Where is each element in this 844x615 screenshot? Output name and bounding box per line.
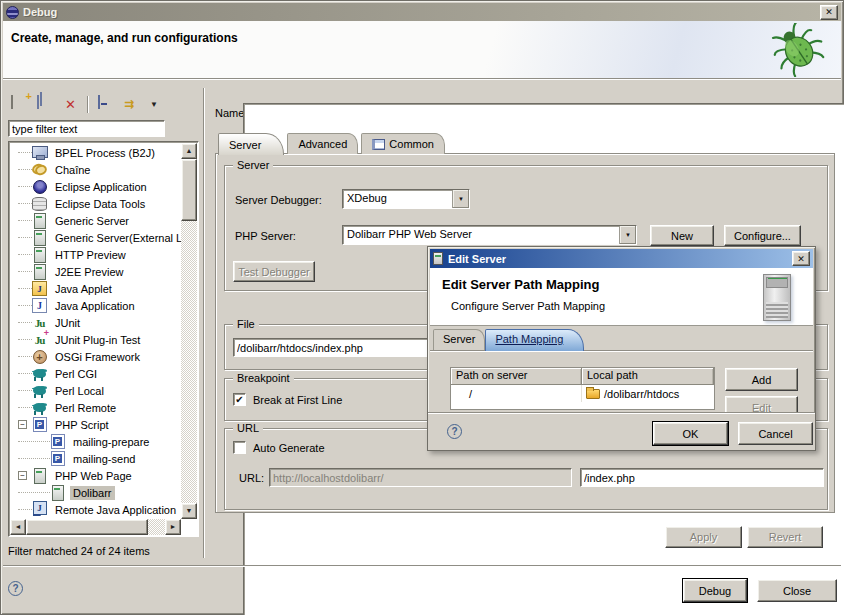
- dialog-title: Edit Server: [448, 253, 506, 265]
- config-tabs: Server Advanced Common: [218, 133, 448, 154]
- dialog-title-bar[interactable]: Edit Server ✕: [430, 249, 813, 268]
- server-tower-icon: [763, 274, 791, 321]
- collapse-all-icon[interactable]: [98, 96, 115, 113]
- collapse-expander-icon[interactable]: −: [18, 471, 27, 480]
- table-row[interactable]: / /dolibarr/htdocs: [451, 385, 714, 402]
- javaapp-icon: [32, 298, 47, 313]
- column-header-local-path[interactable]: Local path: [582, 368, 714, 385]
- config-tree: BPEL Process (B2J)ChaîneEclipse Applicat…: [10, 144, 181, 519]
- tab-common-label: Common: [389, 138, 434, 150]
- tree-item-remote-java-application[interactable]: Remote Java Application: [10, 501, 181, 518]
- tree-connector: [18, 322, 32, 323]
- scroll-left-icon[interactable]: ◄: [10, 519, 26, 535]
- help-icon[interactable]: ?: [8, 581, 23, 596]
- tab-advanced-label: Advanced: [298, 138, 347, 150]
- tree-item-php-web-page[interactable]: −PHP Web Page: [10, 467, 181, 484]
- tree-item-label: mailing-prepare: [70, 435, 152, 449]
- duplicate-config-icon[interactable]: [37, 96, 54, 113]
- tree-item-bpel-process-b2j[interactable]: BPEL Process (B2J): [10, 144, 181, 161]
- db-icon: [32, 196, 47, 211]
- tree-item-perl-cgi[interactable]: Perl CGI: [10, 365, 181, 382]
- scroll-right-icon[interactable]: ►: [165, 519, 181, 535]
- tree-item-label: Eclipse Data Tools: [52, 197, 148, 211]
- vertical-scroll-thumb[interactable]: [181, 159, 197, 221]
- tree-connector: [18, 237, 32, 238]
- tree-item-generic-server[interactable]: Generic Server: [10, 212, 181, 229]
- server-icon: [32, 264, 47, 279]
- tree-item-label: Java Application: [52, 299, 138, 313]
- tab-server-label: Server: [229, 139, 261, 151]
- close-button[interactable]: Close: [757, 579, 837, 602]
- title-bar[interactable]: Debug ✕: [3, 3, 841, 21]
- horizontal-scroll-thumb[interactable]: [26, 519, 148, 535]
- dialog-tab-server[interactable]: Server: [433, 329, 485, 350]
- tree-item-cha-ne[interactable]: Chaîne: [10, 161, 181, 178]
- scroll-down-icon[interactable]: ▼: [181, 503, 197, 519]
- banner-title: Create, manage, and run configurations: [11, 31, 238, 45]
- tree-item-eclipse-data-tools[interactable]: Eclipse Data Tools: [10, 195, 181, 212]
- apply-button[interactable]: Apply: [665, 526, 742, 548]
- tab-advanced[interactable]: Advanced: [287, 133, 358, 154]
- add-mapping-button[interactable]: Add: [725, 368, 798, 391]
- phpweb-icon: [32, 468, 47, 483]
- tab-server[interactable]: Server: [218, 133, 284, 155]
- tree-item-dolibarr[interactable]: Dolibarr: [10, 484, 181, 501]
- dialog-subheading: Configure Server Path Mapping: [451, 300, 605, 312]
- filter-input[interactable]: [8, 120, 165, 137]
- tree-item-mailing-send[interactable]: mailing-send: [10, 450, 181, 467]
- tree-item-mailing-prepare[interactable]: mailing-prepare: [10, 433, 181, 450]
- table-icon: [372, 139, 385, 150]
- tree-vertical-scrollbar[interactable]: ▲ ▼: [181, 143, 197, 519]
- tree-item-eclipse-application[interactable]: Eclipse Application: [10, 178, 181, 195]
- dialog-close-button[interactable]: ✕: [792, 251, 810, 266]
- dialog-help-icon[interactable]: ?: [447, 424, 462, 439]
- tree-item-label: Generic Server: [52, 214, 132, 228]
- ok-button[interactable]: OK: [653, 422, 728, 445]
- tree-item-perl-local[interactable]: Perl Local: [10, 382, 181, 399]
- edit-server-dialog: Edit Server ✕ Edit Server Path Mapping C…: [427, 246, 816, 451]
- window-title: Debug: [23, 6, 57, 18]
- panel-sash[interactable]: [203, 88, 205, 558]
- collapse-expander-icon[interactable]: −: [18, 420, 27, 429]
- revert-button[interactable]: Revert: [747, 526, 823, 548]
- tree-connector: [18, 254, 32, 255]
- footer-divider: [3, 565, 841, 567]
- tree-item-label: BPEL Process (B2J): [52, 146, 158, 160]
- tree-item-java-applet[interactable]: Java Applet: [10, 280, 181, 297]
- column-header-path-on-server[interactable]: Path on server: [451, 368, 582, 385]
- debug-button[interactable]: Debug: [683, 579, 747, 602]
- tree-item-perl-remote[interactable]: Perl Remote: [10, 399, 181, 416]
- path-mapping-table: Path on server Local path / /dolibarr/ht…: [450, 367, 715, 410]
- tree-item-label: JUnit Plug-in Test: [52, 333, 143, 347]
- tree-item-http-preview[interactable]: HTTP Preview: [10, 246, 181, 263]
- delete-config-icon[interactable]: ✕: [63, 96, 78, 113]
- tree-connector: [18, 339, 32, 340]
- filter-dropdown-icon[interactable]: ▼: [150, 96, 167, 113]
- local-path-cell: /dolibarr/htdocs: [582, 388, 714, 400]
- tree-item-php-script[interactable]: −PHP Script: [10, 416, 181, 433]
- new-config-icon[interactable]: [11, 96, 28, 113]
- filter-options-icon[interactable]: ⇉: [124, 96, 141, 113]
- server-icon: [433, 252, 443, 265]
- tree-item-java-application[interactable]: Java Application: [10, 297, 181, 314]
- remotejava-icon: [32, 502, 47, 517]
- dialog-tab-path-mapping[interactable]: Path Mapping: [485, 329, 584, 351]
- osgi-icon: [32, 349, 47, 364]
- close-window-button[interactable]: ✕: [820, 5, 838, 20]
- tree-horizontal-scrollbar[interactable]: ◄ ►: [10, 519, 181, 535]
- tree-item-generic-server-external-la[interactable]: Generic Server(External La: [10, 229, 181, 246]
- scroll-up-icon[interactable]: ▲: [181, 143, 197, 159]
- tree-item-junit-plug-in-test[interactable]: JUnit Plug-in Test: [10, 331, 181, 348]
- tree-item-osgi-framework[interactable]: OSGi Framework: [10, 348, 181, 365]
- tree-item-label: Dolibarr: [70, 486, 115, 500]
- tree-item-label: Remote Java Application: [52, 503, 179, 517]
- tree-connector: [18, 152, 32, 153]
- tab-common[interactable]: Common: [361, 133, 445, 154]
- tree-connector: [18, 458, 50, 459]
- footer-bar: ? Debug Close: [3, 568, 841, 612]
- window-chrome: Debug ✕ Create, manage, and run configur…: [0, 0, 844, 615]
- tree-connector: [18, 373, 32, 374]
- cancel-button[interactable]: Cancel: [738, 422, 813, 445]
- tree-item-j2ee-preview[interactable]: J2EE Preview: [10, 263, 181, 280]
- tree-item-junit[interactable]: JUnit: [10, 314, 181, 331]
